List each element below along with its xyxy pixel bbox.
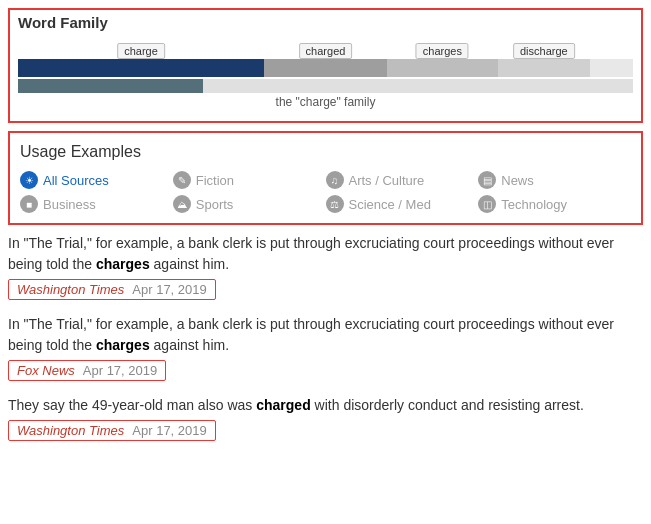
- source-date-3: Apr 17, 2019: [132, 423, 206, 438]
- source-all[interactable]: ☀ All Sources: [20, 171, 173, 189]
- source-science-label: Science / Med: [349, 197, 431, 212]
- example-1-after: against him.: [150, 256, 229, 272]
- source-business[interactable]: ■ Business: [20, 195, 173, 213]
- bar-rest: [590, 59, 633, 77]
- source-name-3: Washington Times: [17, 423, 124, 438]
- source-science[interactable]: ⚖ Science / Med: [326, 195, 479, 213]
- news-icon: ▤: [478, 171, 496, 189]
- source-arts[interactable]: ♫ Arts / Culture: [326, 171, 479, 189]
- frequency-bar-row: charge charged charges discharge: [18, 59, 633, 77]
- charged-tag: charged: [299, 43, 353, 59]
- example-block-1: In "The Trial," for example, a bank cler…: [8, 233, 643, 300]
- source-technology[interactable]: ◫ Technology: [478, 195, 631, 213]
- source-date-2: Apr 17, 2019: [83, 363, 157, 378]
- source-business-label: Business: [43, 197, 96, 212]
- example-source-3[interactable]: Washington Times Apr 17, 2019: [8, 420, 216, 441]
- example-text-2: In "The Trial," for example, a bank cler…: [8, 314, 643, 356]
- example-3-before: They say the 49-year-old man also was: [8, 397, 256, 413]
- frequency-chart: charge charged charges discharge the "ch…: [18, 37, 633, 113]
- source-sports[interactable]: ⛰ Sports: [173, 195, 326, 213]
- source-arts-label: Arts / Culture: [349, 173, 425, 188]
- examples-area: In "The Trial," for example, a bank cler…: [0, 233, 651, 441]
- secondary-bar-row: [18, 79, 633, 93]
- source-fiction-label: Fiction: [196, 173, 234, 188]
- example-1-bold: charges: [96, 256, 150, 272]
- source-technology-label: Technology: [501, 197, 567, 212]
- fiction-icon: ✎: [173, 171, 191, 189]
- charges-tag: charges: [416, 43, 469, 59]
- source-news[interactable]: ▤ News: [478, 171, 631, 189]
- example-2-bold: charges: [96, 337, 150, 353]
- sports-icon: ⛰: [173, 195, 191, 213]
- example-2-after: against him.: [150, 337, 229, 353]
- source-name-1: Washington Times: [17, 282, 124, 297]
- source-fiction[interactable]: ✎ Fiction: [173, 171, 326, 189]
- word-family-section: Word Family charge charged charges disch…: [8, 8, 643, 123]
- bar-charged[interactable]: charged: [264, 59, 387, 77]
- source-date-1: Apr 17, 2019: [132, 282, 206, 297]
- word-family-title: Word Family: [18, 14, 633, 31]
- globe-icon: ☀: [20, 171, 38, 189]
- example-text-3: They say the 49-year-old man also was ch…: [8, 395, 643, 416]
- example-block-2: In "The Trial," for example, a bank cler…: [8, 314, 643, 381]
- source-name-2: Fox News: [17, 363, 75, 378]
- family-label: the "charge" family: [18, 95, 633, 109]
- bar-discharge[interactable]: discharge: [498, 59, 590, 77]
- example-block-3: They say the 49-year-old man also was ch…: [8, 395, 643, 441]
- science-icon: ⚖: [326, 195, 344, 213]
- source-news-label: News: [501, 173, 534, 188]
- usage-examples-section: Usage Examples ☀ All Sources ✎ Fiction ♫…: [8, 131, 643, 225]
- example-source-2[interactable]: Fox News Apr 17, 2019: [8, 360, 166, 381]
- example-source-1[interactable]: Washington Times Apr 17, 2019: [8, 279, 216, 300]
- charge-tag: charge: [117, 43, 165, 59]
- secondary-bar-fill: [18, 79, 203, 93]
- usage-examples-title: Usage Examples: [20, 143, 631, 161]
- technology-icon: ◫: [478, 195, 496, 213]
- bar-charges[interactable]: charges: [387, 59, 498, 77]
- source-filter-grid: ☀ All Sources ✎ Fiction ♫ Arts / Culture…: [20, 171, 631, 213]
- discharge-tag: discharge: [513, 43, 575, 59]
- example-3-bold: charged: [256, 397, 310, 413]
- example-text-1: In "The Trial," for example, a bank cler…: [8, 233, 643, 275]
- source-all-label: All Sources: [43, 173, 109, 188]
- bar-charge[interactable]: charge: [18, 59, 264, 77]
- business-icon: ■: [20, 195, 38, 213]
- example-3-after: with disorderly conduct and resisting ar…: [311, 397, 584, 413]
- arts-icon: ♫: [326, 171, 344, 189]
- source-sports-label: Sports: [196, 197, 234, 212]
